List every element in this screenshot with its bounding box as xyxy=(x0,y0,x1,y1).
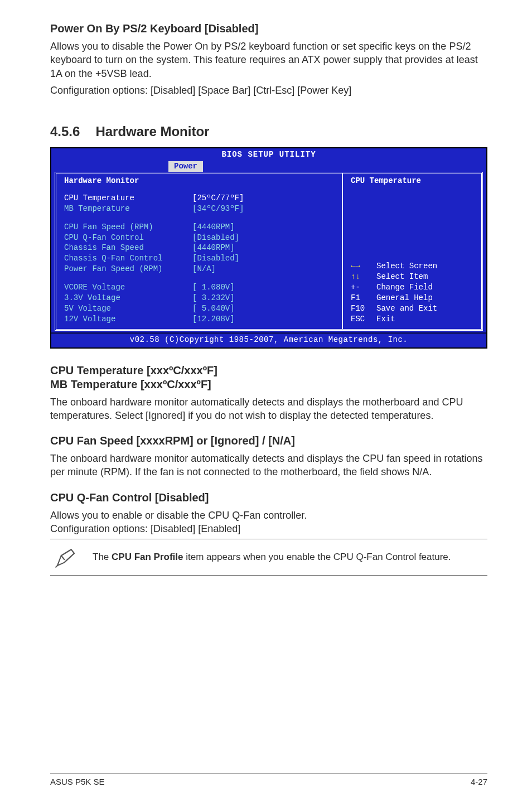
section-header-row: 4.5.6 Hardware Monitor xyxy=(50,124,487,139)
section-number: 4.5.6 xyxy=(50,124,80,139)
bios-setting-row[interactable]: 5V Voltage[ 5.040V] xyxy=(64,303,336,314)
bios-setting-value: [Disabled] xyxy=(192,233,239,243)
heading-mb-temp: MB Temperature [xxxºC/xxxºF] xyxy=(50,378,487,391)
para-cpu-fan-speed: The onboard hardware monitor automatical… xyxy=(50,452,487,479)
bios-nav-text: Exit xyxy=(376,315,395,323)
footer-right: 4-27 xyxy=(471,777,487,786)
bios-nav-text: General Help xyxy=(376,293,433,302)
bios-nav-text: Select Item xyxy=(376,272,428,281)
bios-setting-row[interactable]: Chassis Fan Speed[4440RPM] xyxy=(64,243,336,253)
bios-title: BIOS SETUP UTILITY xyxy=(51,148,486,161)
bios-setting-label: Chassis Q-Fan Control xyxy=(64,253,192,264)
bios-footer: v02.58 (C)Copyright 1985-2007, American … xyxy=(51,334,486,347)
note-box: The CPU Fan Profile item appears when yo… xyxy=(50,539,487,576)
bios-setting-value: [12.208V] xyxy=(192,314,235,325)
bios-nav-item: F10Save and Exit xyxy=(351,303,476,314)
page-footer: ASUS P5K SE 4-27 xyxy=(50,773,487,786)
bios-setting-label: Power Fan Speed (RPM) xyxy=(64,264,192,274)
bios-setting-row[interactable]: CPU Fan Speed (RPM)[4440RPM] xyxy=(64,222,336,233)
bios-nav-item: ←→Select Screen xyxy=(351,261,476,272)
bios-setting-row[interactable]: Power Fan Speed (RPM)[N/A] xyxy=(64,264,336,274)
bios-nav-list: ←→Select Screen↑↓Select Item+-Change Fie… xyxy=(351,261,476,324)
bios-nav-key: F10 xyxy=(351,303,376,314)
bios-setting-value: [ 1.080V] xyxy=(192,282,235,293)
heading-power-on-ps2: Power On By PS/2 Keyboard [Disabled] xyxy=(50,22,487,35)
bios-setting-label: CPU Temperature xyxy=(64,193,192,204)
bios-left-panel: Hardware Monitor CPU Temperature[25ºC/77… xyxy=(56,173,342,329)
bios-frame: Hardware Monitor CPU Temperature[25ºC/77… xyxy=(55,172,483,331)
heading-cpu-fan-speed: CPU Fan Speed [xxxxRPM] or [Ignored] / [… xyxy=(50,434,487,447)
bios-setting-value: [ 3.232V] xyxy=(192,293,235,303)
bios-nav-item: F1General Help xyxy=(351,293,476,303)
heading-cpu-qfan: CPU Q-Fan Control [Disabled] xyxy=(50,491,487,504)
bios-setting-row[interactable]: CPU Temperature[25ºC/77ºF] xyxy=(64,193,336,204)
bios-setting-value: [4440RPM] xyxy=(192,222,235,233)
bios-nav-key: +- xyxy=(351,282,376,293)
bios-setting-value: [25ºC/77ºF] xyxy=(192,193,244,204)
note-pre: The xyxy=(93,552,112,562)
bios-setting-label: VCORE Voltage xyxy=(64,282,192,293)
bios-setting-value: [N/A] xyxy=(192,264,216,274)
bios-setting-label: 5V Voltage xyxy=(64,303,192,314)
bios-setting-label: CPU Fan Speed (RPM) xyxy=(64,222,192,233)
para-cpu-qfan-options: Configuration options: [Disabled] [Enabl… xyxy=(50,522,487,535)
bios-setting-row[interactable]: VCORE Voltage[ 1.080V] xyxy=(64,282,336,293)
bios-nav-text: Change Field xyxy=(376,283,433,292)
bios-setting-value: [4440RPM] xyxy=(192,243,235,253)
heading-cpu-temp: CPU Temperature [xxxºC/xxxºF] xyxy=(50,364,487,377)
bios-nav-key: ←→ xyxy=(351,261,376,272)
bios-nav-key: F1 xyxy=(351,293,376,303)
bios-setting-row[interactable]: MB Temperature[34ºC/93ºF] xyxy=(64,204,336,214)
bios-setting-value: [34ºC/93ºF] xyxy=(192,204,244,214)
para-cpu-qfan-desc: Allows you to enable or disable the CPU … xyxy=(50,509,487,522)
note-bold: CPU Fan Profile xyxy=(112,552,183,562)
bios-setting-row[interactable]: CPU Q-Fan Control[Disabled] xyxy=(64,233,336,243)
bios-nav-key: ESC xyxy=(351,314,376,325)
para-power-on-ps2-desc: Allows you to disable the Power On by PS… xyxy=(50,40,487,80)
bios-window: BIOS SETUP UTILITY Power Hardware Monito… xyxy=(50,147,487,348)
para-temp-desc: The onboard hardware monitor automatical… xyxy=(50,395,487,423)
bios-setting-row[interactable]: 12V Voltage[12.208V] xyxy=(64,314,336,325)
bios-nav-text: Select Screen xyxy=(376,262,437,270)
note-post: item appears when you enable the CPU Q-F… xyxy=(183,552,451,562)
document-page: Power On By PS/2 Keyboard [Disabled] All… xyxy=(0,0,532,802)
bios-setting-row[interactable]: 3.3V Voltage[ 3.232V] xyxy=(64,293,336,303)
bios-setting-row[interactable]: Chassis Q-Fan Control[Disabled] xyxy=(64,253,336,264)
bios-nav-item: +-Change Field xyxy=(351,282,476,293)
bios-setting-label: CPU Q-Fan Control xyxy=(64,233,192,243)
note-text: The CPU Fan Profile item appears when yo… xyxy=(93,551,451,564)
pencil-note-icon xyxy=(54,545,78,569)
bios-hint: CPU Temperature xyxy=(351,176,476,186)
bios-right-panel: CPU Temperature ←→Select Screen↑↓Select … xyxy=(342,173,481,329)
bios-nav-item: ESCExit xyxy=(351,314,476,325)
section-title: Hardware Monitor xyxy=(95,124,209,139)
footer-left: ASUS P5K SE xyxy=(50,777,105,786)
bios-tab-power[interactable]: Power xyxy=(168,161,203,172)
para-power-on-ps2-options: Configuration options: [Disabled] [Space… xyxy=(50,84,487,97)
bios-setting-label: 12V Voltage xyxy=(64,314,192,325)
bios-nav-key: ↑↓ xyxy=(351,272,376,282)
bios-left-heading: Hardware Monitor xyxy=(64,176,336,186)
bios-setting-value: [ 5.040V] xyxy=(192,303,235,314)
bios-nav-text: Save and Exit xyxy=(376,304,437,313)
bios-tabs: Power xyxy=(51,161,486,172)
bios-setting-value: [Disabled] xyxy=(192,253,239,264)
bios-setting-label: 3.3V Voltage xyxy=(64,293,192,303)
bios-setting-label: Chassis Fan Speed xyxy=(64,243,192,253)
bios-setting-label: MB Temperature xyxy=(64,204,192,214)
bios-nav-item: ↑↓Select Item xyxy=(351,272,476,282)
